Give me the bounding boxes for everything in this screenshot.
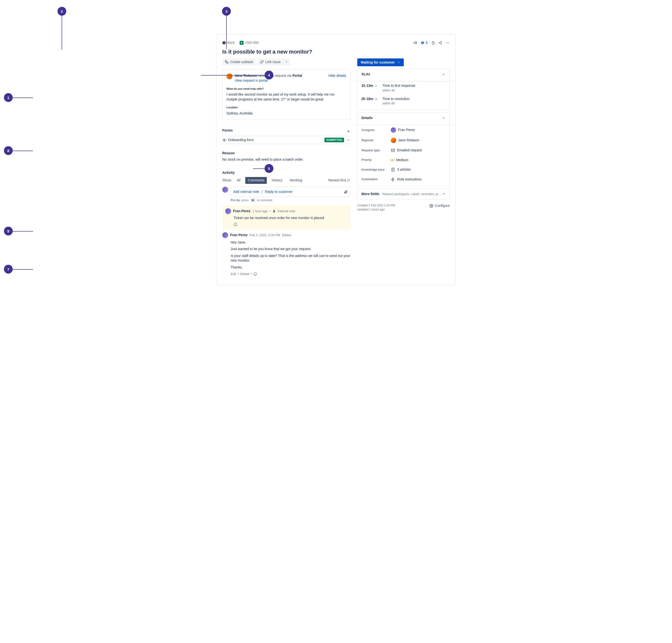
- help-question-body: I would like second monitor as part of m…: [226, 92, 346, 102]
- more-fields-sub: Request participants, Labels, reminders,…: [383, 192, 441, 196]
- internal-note: Fran Perez 1 hour ago • Internal note Ti…: [222, 205, 350, 229]
- comment: Fran Perez Feb 2, 2022, 3:33 PM Edited H…: [222, 229, 350, 279]
- chevron-down-icon: [442, 192, 446, 196]
- pro-tip: Pro tip: press M to comment: [231, 198, 350, 203]
- article-icon: [391, 168, 395, 172]
- comment-edit[interactable]: Edit: [231, 272, 236, 276]
- reporter-value[interactable]: Jane Rotason: [391, 138, 419, 143]
- more-actions-icon[interactable]: [446, 41, 450, 45]
- svg-point-0: [241, 42, 242, 43]
- share-icon[interactable]: [439, 41, 442, 45]
- callout-5: 5: [265, 164, 273, 173]
- add-form-icon[interactable]: [347, 129, 350, 133]
- sla-row: 2h 18m Time to resolution within 8h: [358, 95, 449, 108]
- more-fields-title: More fields: [361, 192, 380, 196]
- tab-all[interactable]: All: [234, 177, 243, 184]
- reply-to-customer-link[interactable]: Reply to customer: [265, 190, 293, 194]
- create-subtask-button[interactable]: Create subtask: [222, 58, 255, 65]
- form-name: Onboarding form: [228, 138, 254, 142]
- svg-point-11: [348, 139, 349, 140]
- sla-panel: SLAs 1h 13m Time to first response withi…: [357, 69, 450, 110]
- svg-point-4: [441, 44, 442, 44]
- chevron-down-icon: [397, 61, 400, 64]
- sla-collapse-icon[interactable]: [442, 72, 446, 76]
- dot2: •: [251, 272, 252, 276]
- sla-time-1: 2h 18m: [361, 97, 373, 101]
- forms-section-title: Forms: [222, 128, 233, 133]
- status-label: Waiting for customer: [361, 60, 395, 64]
- watch-count: 1: [426, 40, 428, 45]
- hide-details-link[interactable]: Hide details: [328, 73, 346, 78]
- updated-date: Updated 1 hours ago: [357, 208, 395, 212]
- issue-title[interactable]: Is it possible to get a new monitor?: [222, 48, 450, 56]
- svg-point-18: [431, 205, 432, 206]
- form-status-badge: SUBMITTED: [324, 138, 344, 142]
- form-more-icon[interactable]: [347, 138, 350, 142]
- issue-view: Back JSM-456 1 Is it: [216, 34, 456, 285]
- svg-rect-9: [227, 62, 228, 63]
- vote-icon[interactable]: [431, 41, 435, 45]
- comment-reaction-icon[interactable]: [253, 272, 257, 276]
- svg-point-13: [234, 223, 237, 226]
- comment-body: Hey Jane, Just wanted to let you know th…: [231, 240, 350, 270]
- link-issue-dropdown[interactable]: [283, 58, 290, 65]
- link-issue-button[interactable]: Link issue: [257, 58, 283, 65]
- sort-button[interactable]: Newest first: [328, 178, 350, 183]
- callout-2: 2: [58, 7, 66, 16]
- kb-value[interactable]: 3 articles: [391, 167, 411, 172]
- gear-icon: [429, 204, 433, 208]
- help-question-label: What do you need help with?: [226, 87, 346, 91]
- note-label: Internal note: [278, 209, 295, 214]
- svg-point-14: [254, 272, 257, 276]
- feedback-icon[interactable]: [413, 41, 417, 45]
- status-dropdown[interactable]: Waiting for customer: [357, 58, 404, 66]
- tab-history[interactable]: History: [269, 177, 285, 184]
- assignee-label: Assignee: [361, 128, 391, 132]
- callout-7: 7: [4, 265, 13, 274]
- sort-label: Newest first: [328, 178, 346, 183]
- kb-label: Knowledge base: [361, 168, 391, 172]
- tab-worklog[interactable]: Worklog: [287, 177, 305, 184]
- priority-value[interactable]: Medium: [391, 158, 408, 162]
- current-user-avatar: [222, 187, 228, 193]
- watch-button[interactable]: 1: [420, 40, 428, 45]
- sla-title: SLAs: [361, 72, 370, 77]
- sla-time-0: 1h 13m: [361, 83, 373, 88]
- assignee-value[interactable]: Fran Perez: [391, 128, 415, 133]
- reporter-avatar: [226, 73, 232, 79]
- auto-value[interactable]: Rule executions: [391, 177, 422, 182]
- attachment-icon[interactable]: [344, 190, 348, 194]
- back-link[interactable]: Back: [227, 40, 235, 45]
- callout-9: 9: [4, 227, 13, 235]
- callout-1: 1: [4, 93, 13, 102]
- form-item[interactable]: EOnboarding form: [222, 138, 254, 143]
- priority-label: Priority: [361, 158, 391, 162]
- breadcrumb: Back JSM-456: [222, 40, 259, 45]
- clock-icon: [375, 98, 377, 100]
- note-dot: •: [270, 209, 271, 214]
- create-subtask-label: Create subtask: [230, 60, 253, 64]
- add-reaction-icon[interactable]: [233, 222, 238, 227]
- add-internal-note-link[interactable]: Add internal note: [233, 190, 259, 194]
- details-collapse-icon[interactable]: [442, 116, 446, 120]
- email-icon: [391, 148, 395, 153]
- details-panel: Details Assignee Fran Perez Reporter: [357, 112, 450, 186]
- reqtype-value[interactable]: Emailed request: [391, 148, 422, 153]
- back-icon: [222, 41, 226, 45]
- callout-8: 8: [4, 146, 13, 155]
- svg-point-6: [447, 42, 448, 43]
- svg-point-5: [446, 42, 447, 43]
- link-issue-label: Link issue: [265, 60, 280, 64]
- reason-body: No stock on premise, will need to place …: [222, 157, 350, 162]
- show-label: Show:: [222, 178, 232, 183]
- configure-link[interactable]: Configure: [429, 203, 450, 208]
- auto-label: Automation: [361, 177, 391, 181]
- reporter-label: Reporter: [361, 138, 391, 143]
- tab-comments[interactable]: Comments: [245, 177, 267, 184]
- issue-key[interactable]: JSM-456: [245, 40, 259, 45]
- more-fields-panel[interactable]: More fields Request participants, Labels…: [357, 189, 450, 200]
- comment-input[interactable]: Add internal note / Reply to customer: [231, 187, 350, 197]
- sla-within-0: within 4h: [383, 88, 415, 93]
- comment-time: Feb 2, 2022, 3:33 PM: [250, 233, 280, 238]
- comment-delete[interactable]: Delete: [240, 272, 250, 276]
